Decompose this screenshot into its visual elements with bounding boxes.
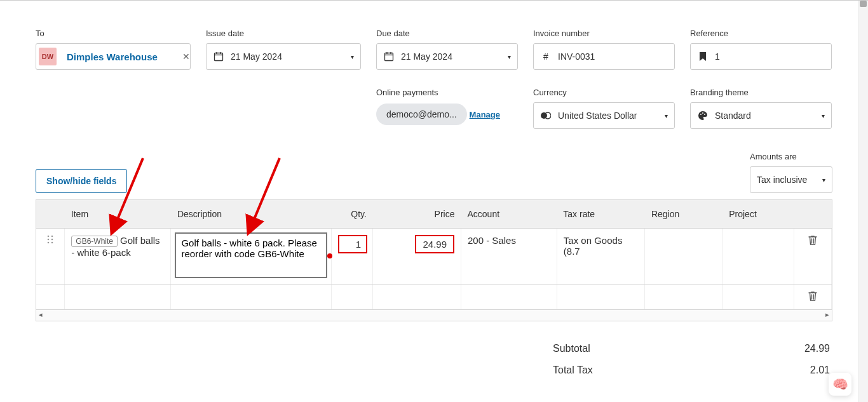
col-tax-rate: Tax rate bbox=[557, 200, 645, 229]
chevron-down-icon: ▾ bbox=[665, 112, 668, 119]
total-tax-label: Total Tax bbox=[553, 365, 593, 376]
bookmark-icon bbox=[697, 52, 709, 61]
currency-label: Currency bbox=[533, 88, 675, 97]
project-cell[interactable] bbox=[722, 285, 794, 310]
description-input[interactable] bbox=[175, 232, 327, 278]
branding-theme-value: Standard bbox=[715, 111, 751, 121]
drag-handle[interactable] bbox=[36, 229, 65, 285]
branding-theme-field[interactable]: Standard ▾ bbox=[690, 102, 832, 129]
manage-link[interactable]: Manage bbox=[470, 110, 500, 119]
hash-icon: # bbox=[540, 51, 552, 62]
svg-point-11 bbox=[702, 112, 703, 114]
col-qty: Qty. bbox=[332, 200, 373, 229]
col-item: Item bbox=[65, 200, 171, 229]
line-items-table: Item Description Qty. Price Account Tax … bbox=[36, 199, 832, 321]
table-row: GB6-WhiteGolf balls - white 6-pack 1 24.… bbox=[36, 229, 832, 285]
chevron-down-icon: ▾ bbox=[351, 53, 354, 60]
svg-point-17 bbox=[48, 242, 50, 244]
svg-point-15 bbox=[48, 239, 50, 241]
svg-point-12 bbox=[704, 114, 705, 115]
invoice-number-field[interactable]: # INV-0031 bbox=[533, 43, 675, 70]
account-cell[interactable]: 200 - Sales bbox=[461, 229, 557, 285]
description-cell[interactable] bbox=[171, 285, 332, 310]
issue-date-value: 21 May 2024 bbox=[231, 51, 282, 62]
palette-icon bbox=[697, 111, 709, 121]
amounts-are-label: Amounts are bbox=[750, 152, 832, 161]
online-payment-email-chip[interactable]: democo@demo... bbox=[376, 104, 467, 125]
col-description: Description bbox=[171, 200, 332, 229]
branding-theme-label: Branding theme bbox=[690, 88, 832, 97]
svg-rect-4 bbox=[385, 53, 393, 61]
price-value: 24.99 bbox=[415, 235, 454, 253]
region-cell[interactable] bbox=[645, 285, 722, 310]
horizontal-scrollbar[interactable]: ◂ ▸ bbox=[36, 309, 832, 321]
reference-label: Reference bbox=[690, 29, 832, 38]
subtotal-label: Subtotal bbox=[553, 343, 590, 354]
table-row bbox=[36, 285, 832, 310]
qty-cell[interactable] bbox=[332, 285, 373, 310]
region-cell[interactable] bbox=[645, 229, 722, 285]
contact-name: Dimples Warehouse bbox=[67, 51, 158, 62]
reference-value: 1 bbox=[715, 51, 720, 62]
invoice-number-label: Invoice number bbox=[533, 29, 675, 38]
svg-rect-0 bbox=[215, 53, 223, 61]
scroll-right-icon: ▸ bbox=[825, 311, 829, 319]
delete-row-button[interactable] bbox=[794, 229, 831, 285]
svg-point-10 bbox=[700, 114, 702, 115]
qty-value: 1 bbox=[338, 235, 367, 253]
calendar-icon bbox=[383, 51, 395, 62]
delete-row-button[interactable] bbox=[794, 285, 831, 310]
chevron-down-icon: ▾ bbox=[822, 112, 825, 119]
col-delete bbox=[794, 200, 831, 229]
calendar-icon bbox=[213, 51, 224, 62]
clear-contact-icon[interactable]: ✕ bbox=[182, 51, 190, 62]
svg-point-14 bbox=[51, 236, 53, 238]
price-cell[interactable] bbox=[373, 285, 461, 310]
tax-rate-cell[interactable] bbox=[557, 285, 645, 310]
annotation-dot-icon bbox=[327, 253, 332, 258]
account-cell[interactable] bbox=[461, 285, 557, 310]
col-account: Account bbox=[461, 200, 557, 229]
project-cell[interactable] bbox=[722, 229, 794, 285]
chevron-down-icon: ▾ bbox=[822, 177, 825, 184]
reference-field[interactable]: 1 bbox=[690, 43, 832, 70]
issue-date-label: Issue date bbox=[206, 29, 361, 38]
due-date-label: Due date bbox=[376, 29, 518, 38]
due-date-field[interactable]: 21 May 2024 ▾ bbox=[376, 43, 518, 70]
vertical-scrollbar[interactable]: ▴ bbox=[858, 1, 868, 402]
currency-field[interactable]: United States Dollar ▾ bbox=[533, 102, 675, 129]
currency-icon bbox=[540, 111, 552, 121]
svg-point-18 bbox=[51, 242, 53, 244]
due-date-value: 21 May 2024 bbox=[401, 51, 452, 62]
currency-value: United States Dollar bbox=[558, 111, 637, 121]
svg-point-13 bbox=[48, 236, 50, 238]
issue-date-field[interactable]: 21 May 2024 ▾ bbox=[206, 43, 361, 70]
assistant-icon[interactable]: 🧠 bbox=[829, 373, 851, 396]
item-code-chip: GB6-White bbox=[71, 236, 118, 247]
item-cell[interactable]: GB6-WhiteGolf balls - white 6-pack bbox=[65, 229, 171, 285]
scroll-thumb[interactable] bbox=[860, 1, 867, 7]
to-label: To bbox=[36, 29, 191, 38]
show-hide-fields-button[interactable]: Show/hide fields bbox=[36, 169, 127, 193]
price-cell[interactable]: 24.99 bbox=[373, 229, 461, 285]
col-price: Price bbox=[373, 200, 461, 229]
total-tax-value: 2.01 bbox=[810, 365, 830, 376]
subtotal-value: 24.99 bbox=[804, 343, 830, 354]
online-payments-label: Online payments bbox=[376, 88, 518, 97]
tax-rate-cell[interactable]: Tax on Goods (8.7 bbox=[557, 229, 645, 285]
contact-avatar: DW bbox=[39, 48, 57, 65]
qty-cell[interactable]: 1 bbox=[332, 229, 373, 285]
invoice-number-value: INV-0031 bbox=[558, 51, 595, 62]
amounts-are-select[interactable]: Tax inclusive ▾ bbox=[750, 166, 832, 193]
chevron-down-icon: ▾ bbox=[508, 53, 511, 60]
to-field[interactable]: DW Dimples Warehouse ✕ bbox=[36, 43, 191, 70]
scroll-left-icon: ◂ bbox=[39, 311, 43, 319]
col-project: Project bbox=[722, 200, 794, 229]
col-region: Region bbox=[645, 200, 722, 229]
col-handle bbox=[36, 200, 65, 229]
svg-point-8 bbox=[541, 112, 547, 119]
item-cell[interactable] bbox=[65, 285, 171, 310]
amounts-are-value: Tax inclusive bbox=[757, 175, 807, 185]
svg-point-16 bbox=[51, 239, 53, 241]
